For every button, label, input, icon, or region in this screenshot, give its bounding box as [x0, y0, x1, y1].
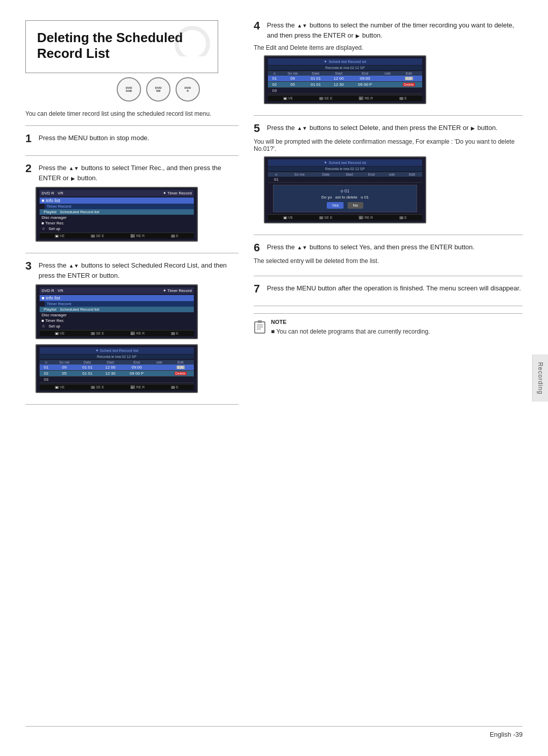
step-1-block: 1 Press the MENU button in stop mode.: [25, 133, 238, 144]
step-5-number: 5: [254, 123, 263, 134]
step-7-text: Press the MENU button after the operatio…: [267, 283, 523, 293]
dvd-r-icon: DVD R: [176, 77, 200, 102]
step-4-sub: The Edit and Delete items are displayed.: [254, 44, 523, 51]
screen-step3-menu: DVD R VR ✦ Timer Record ■ Info list Time…: [36, 284, 198, 339]
dvd-icons-row: DVD RAM DVD RW DVD R: [117, 77, 238, 102]
note-content: NOTE ■ You can not delete programs that …: [271, 319, 523, 336]
dvd-ram-icon: DVD RAM: [117, 77, 141, 102]
menu-item-info: ■ Info list: [40, 198, 194, 204]
screen-step3-list: ✦ Sched led Record list Recorda le ima 0…: [36, 344, 198, 393]
step-4-number: 4: [254, 20, 263, 31]
step-2-text: Press the ▲▼ buttons to select Timer Rec…: [39, 163, 238, 183]
page-number: English -39: [490, 731, 523, 738]
dvd-rw-icon: DVD RW: [146, 77, 170, 102]
description-text: You can delete timer record list using t…: [25, 109, 218, 118]
step-7-block: 7 Press the MENU button after the operat…: [254, 283, 523, 294]
note-box: NOTE ■ You can not delete programs that …: [254, 313, 523, 337]
note-text: ■ You can not delete programs that are c…: [271, 327, 523, 336]
screen-step5: ✦ Sched led Record ist Recorda le ima 02…: [264, 156, 426, 223]
step-2-number: 2: [25, 163, 35, 174]
step-6-sub: The selected entry will be deleted from …: [254, 257, 523, 265]
step-3-block: 3 Press the ▲▼ buttons to select Schedul…: [25, 260, 238, 393]
step-3-number: 3: [25, 260, 35, 272]
step-5-text: Press the ▲▼ buttons to select Delete, a…: [267, 123, 523, 133]
sidebar-label: Recording: [537, 362, 544, 395]
step-4-text: Press the ▲▼ buttons to select the numbe…: [267, 20, 523, 40]
step-1-number: 1: [25, 133, 35, 144]
step-2-block: 2 Press the ▲▼ buttons to select Timer R…: [25, 163, 238, 242]
no-button[interactable]: No: [348, 202, 363, 209]
bottom-bar: English -39: [25, 726, 523, 738]
step-6-block: 6 Press the ▲▼ buttons to select Yes, an…: [254, 242, 523, 265]
right-column: 4 Press the ▲▼ buttons to select the num…: [254, 20, 523, 412]
sidebar-recording: Recording: [532, 354, 548, 402]
note-icon: [254, 320, 266, 337]
step-4-block: 4 Press the ▲▼ buttons to select the num…: [254, 20, 523, 104]
yes-button[interactable]: Yes: [327, 202, 344, 209]
screen-step4: ✦ Sched led Record ist Recorda le ima 02…: [264, 55, 426, 104]
step-6-text: Press the ▲▼ buttons to select Yes, and …: [267, 242, 523, 252]
step-6-number: 6: [254, 242, 263, 253]
step-5-block: 5 Press the ▲▼ buttons to select Delete,…: [254, 123, 523, 223]
step-5-sub: You will be prompted with the delete con…: [254, 138, 523, 152]
confirm-dialog: o 01 Do yo ast to delete o 01 Yes No: [273, 185, 417, 212]
title-area: Deleting the Scheduled Record List: [25, 20, 218, 73]
left-column: Deleting the Scheduled Record List DVD R…: [25, 20, 238, 412]
svg-rect-0: [255, 322, 265, 333]
svg-rect-4: [258, 320, 262, 323]
step-7-number: 7: [254, 283, 263, 294]
step-1-text: Press the MENU button in stop mode.: [39, 133, 238, 143]
step-3-text: Press the ▲▼ buttons to select Scheduled…: [39, 260, 238, 280]
page-container: Recording Deleting the Scheduled Record …: [0, 0, 548, 756]
screen-step2: DVD R VR ✦ Timer Record ■ Info list Time…: [36, 187, 198, 242]
note-title: NOTE: [271, 319, 523, 325]
